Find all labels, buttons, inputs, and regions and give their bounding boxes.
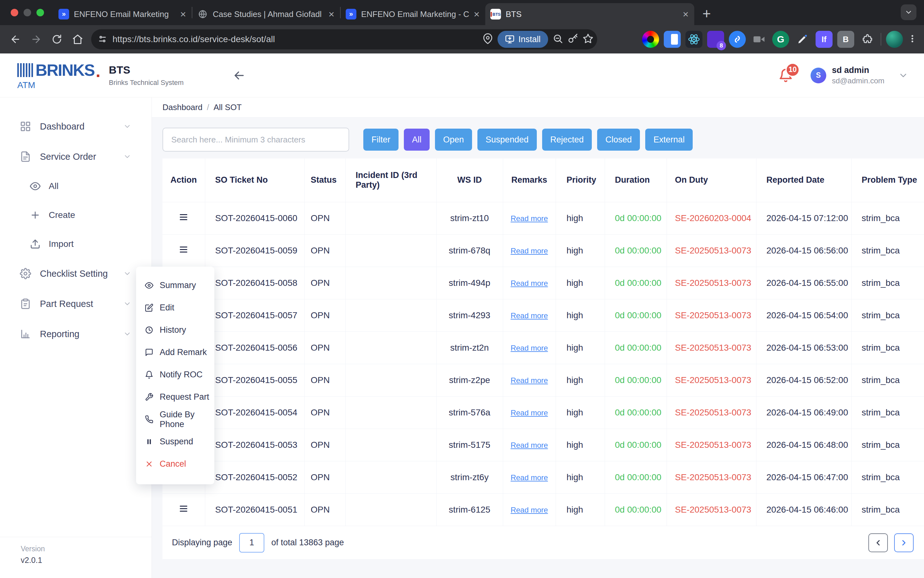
tab-close-icon[interactable]: × xyxy=(328,9,334,19)
window-close-button[interactable] xyxy=(11,9,18,16)
sidebar-item-checklist-setting[interactable]: Checklist Setting xyxy=(0,258,152,289)
on-duty-cell[interactable]: SE-20250513-0073 xyxy=(667,396,756,429)
on-duty-cell[interactable]: SE-20250513-0073 xyxy=(667,234,756,267)
user-info[interactable]: sd admin sd@admin.com xyxy=(832,65,884,85)
on-duty-cell[interactable]: SE-20250513-0073 xyxy=(667,267,756,299)
window-zoom-button[interactable] xyxy=(36,9,44,16)
menu-item-edit[interactable]: Edit xyxy=(136,297,214,319)
b-extension-icon[interactable]: B xyxy=(837,31,854,48)
site-info-icon[interactable] xyxy=(97,34,107,44)
read-more-link[interactable]: Read more xyxy=(511,279,548,287)
address-bar[interactable]: https://bts.brinks.co.id/service-desk/so… xyxy=(91,29,597,49)
home-button[interactable] xyxy=(69,31,86,48)
document-extension-icon[interactable] xyxy=(664,31,681,48)
sidebar-item-import[interactable]: Import xyxy=(0,230,152,258)
brinks-logo: BRINKS ATM xyxy=(17,61,99,90)
read-more-link[interactable]: Read more xyxy=(511,441,548,450)
on-duty-cell[interactable]: SE-20250513-0073 xyxy=(667,461,756,494)
browser-profile-avatar[interactable] xyxy=(886,31,903,48)
suspended-filter-button[interactable]: Suspended xyxy=(477,128,537,151)
sidebar-item-service-order[interactable]: Service Order xyxy=(0,141,152,172)
back-arrow-button[interactable] xyxy=(232,68,246,83)
filter-button[interactable]: Filter xyxy=(363,128,398,151)
rejected-filter-button[interactable]: Rejected xyxy=(542,128,592,151)
read-more-link[interactable]: Read more xyxy=(511,214,548,222)
chevron-down-icon xyxy=(123,330,131,338)
breadcrumb-dashboard[interactable]: Dashboard xyxy=(162,102,202,112)
prev-page-button[interactable] xyxy=(868,533,888,552)
read-more-link[interactable]: Read more xyxy=(511,344,548,352)
read-more-link[interactable]: Read more xyxy=(511,473,548,482)
on-duty-cell[interactable]: SE-20250513-0073 xyxy=(667,494,756,526)
shazam-extension-icon[interactable] xyxy=(729,31,746,48)
next-page-button[interactable] xyxy=(894,533,914,552)
pen-extension-icon[interactable] xyxy=(794,31,811,48)
sidebar-item-all[interactable]: All xyxy=(0,172,152,201)
password-key-icon[interactable] xyxy=(568,33,578,45)
forward-button[interactable] xyxy=(28,31,45,48)
menu-item-summary[interactable]: Summary xyxy=(136,274,214,297)
sidebar-item-create[interactable]: Create xyxy=(0,201,152,230)
row-actions-menu-icon[interactable] xyxy=(180,213,187,222)
zoom-out-icon[interactable] xyxy=(552,33,563,45)
tab-close-icon[interactable]: × xyxy=(180,9,186,19)
read-more-link[interactable]: Read more xyxy=(511,409,548,417)
sidebar-item-reporting[interactable]: Reporting xyxy=(0,319,152,349)
menu-item-history[interactable]: History xyxy=(136,319,214,341)
menu-item-suspend[interactable]: Suspend xyxy=(136,430,214,453)
ifttt-extension-icon[interactable]: If xyxy=(816,31,833,48)
menu-item-notify-roc[interactable]: Notify ROC xyxy=(136,364,214,386)
x-icon xyxy=(145,460,154,468)
user-avatar[interactable]: S xyxy=(811,68,826,83)
sidebar-item-part-request[interactable]: Part Request xyxy=(0,289,152,319)
page-input[interactable] xyxy=(239,533,264,552)
badge-8-extension-icon[interactable]: 8 xyxy=(707,31,724,48)
reload-button[interactable] xyxy=(49,31,65,48)
read-more-link[interactable]: Read more xyxy=(511,247,548,255)
bookmark-star-icon[interactable] xyxy=(583,33,593,45)
tab-bts-active[interactable]: BTS BTS × xyxy=(485,3,694,25)
window-minimize-button[interactable] xyxy=(24,9,31,16)
camera-extension-icon[interactable] xyxy=(751,31,767,48)
closed-filter-button[interactable]: Closed xyxy=(597,128,640,151)
user-menu-chevron-icon[interactable] xyxy=(898,70,908,81)
tab-case-studies[interactable]: Case Studies | Ahmad Giofadl × xyxy=(193,3,340,25)
menu-item-request-part[interactable]: Request Part xyxy=(136,386,214,408)
browser-menu-icon[interactable] xyxy=(908,34,917,45)
external-filter-button[interactable]: External xyxy=(645,128,693,151)
tab-enfeno-email-marketing-2[interactable]: » ENFENO Email Marketing - Co × xyxy=(341,3,485,25)
all-filter-button[interactable]: All xyxy=(404,128,430,151)
react-devtools-extension-icon[interactable] xyxy=(686,31,702,48)
breadcrumb: Dashboard / All SOT xyxy=(152,97,924,118)
on-duty-cell[interactable]: SE-20250513-0073 xyxy=(667,364,756,396)
on-duty-cell[interactable]: SE-20260203-0004 xyxy=(667,202,756,234)
row-actions-menu-icon[interactable] xyxy=(180,245,187,254)
new-tab-button[interactable]: + xyxy=(702,6,711,21)
location-pin-icon[interactable] xyxy=(482,33,493,45)
read-more-link[interactable]: Read more xyxy=(511,506,548,514)
url-text[interactable]: https://bts.brinks.co.id/service-desk/so… xyxy=(113,34,482,44)
read-more-link[interactable]: Read more xyxy=(511,311,548,320)
open-filter-button[interactable]: Open xyxy=(435,128,472,151)
extensions-puzzle-icon[interactable] xyxy=(859,31,876,48)
search-input[interactable] xyxy=(162,128,349,152)
sidebar-item-dashboard[interactable]: Dashboard xyxy=(0,111,152,141)
menu-item-guide-by-phone[interactable]: Guide By Phone xyxy=(136,408,214,430)
notification-bell-button[interactable]: 10 xyxy=(778,68,793,83)
tab-search-button[interactable] xyxy=(901,5,916,20)
menu-item-cancel[interactable]: Cancel xyxy=(136,453,214,475)
tab-enfeno-email-marketing[interactable]: » ENFENO Email Marketing × xyxy=(53,3,192,25)
tab-close-icon[interactable]: × xyxy=(683,9,689,19)
install-button[interactable]: Install xyxy=(497,31,548,48)
on-duty-cell[interactable]: SE-20250513-0073 xyxy=(667,331,756,364)
tab-close-icon[interactable]: × xyxy=(474,9,480,19)
remarks-cell: Read more xyxy=(503,364,556,396)
read-more-link[interactable]: Read more xyxy=(511,376,548,385)
back-button[interactable] xyxy=(7,31,24,48)
menu-item-add-remark[interactable]: Add Remark xyxy=(136,341,214,364)
on-duty-cell[interactable]: SE-20250513-0073 xyxy=(667,429,756,461)
grammarly-extension-icon[interactable]: G xyxy=(772,31,789,48)
color-picker-extension-icon[interactable] xyxy=(642,31,659,48)
row-actions-menu-icon[interactable] xyxy=(180,504,187,513)
on-duty-cell[interactable]: SE-20250513-0073 xyxy=(667,299,756,331)
